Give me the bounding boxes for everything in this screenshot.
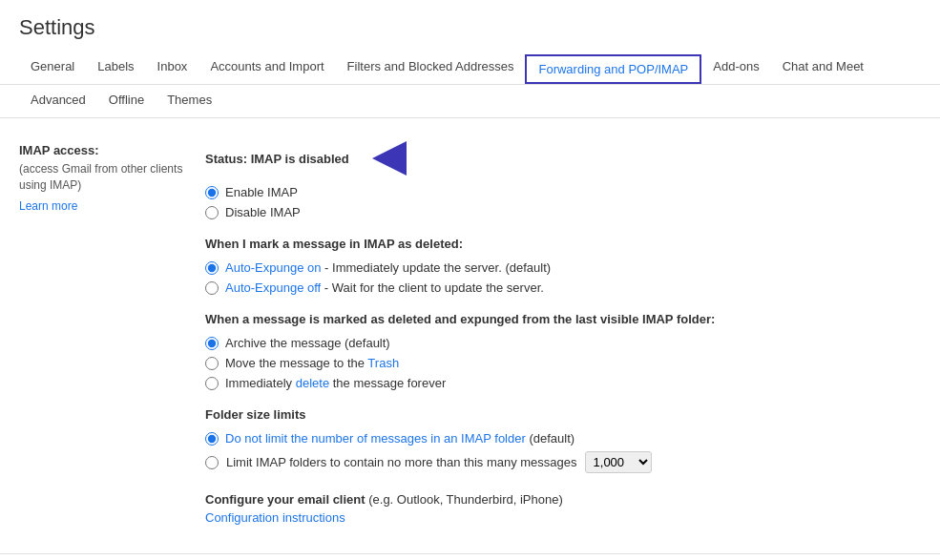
imap-label-col: IMAP access: (access Gmail from other cl… (19, 141, 205, 525)
auto-expunge-off-label: Auto-Expunge off - Wait for the client t… (225, 280, 544, 295)
configure-title-extra: (e.g. Outlook, Thunderbird, iPhone) (366, 492, 563, 507)
when-deleted-question: When I mark a message in IMAP as deleted… (205, 237, 921, 251)
tabs-row-2: Advanced Offline Themes (0, 85, 940, 118)
imap-section: IMAP access: (access Gmail from other cl… (19, 141, 921, 525)
footer-bar: Save Changes Cancel (0, 553, 940, 560)
disable-imap-option[interactable]: Disable IMAP (205, 205, 921, 219)
page-title: Settings (19, 15, 921, 40)
folder-size-radio-group: Do not limit the number of messages in a… (205, 431, 921, 473)
tab-inbox[interactable]: Inbox (146, 52, 199, 84)
disable-imap-radio[interactable] (205, 206, 219, 219)
tab-labels[interactable]: Labels (86, 52, 145, 84)
configure-section: Configure your email client (e.g. Outloo… (205, 492, 921, 525)
tab-advanced[interactable]: Advanced (19, 85, 97, 117)
settings-header: Settings General Labels Inbox Accounts a… (0, 0, 940, 85)
limit-radio[interactable] (205, 456, 219, 469)
tab-chat-meet[interactable]: Chat and Meet (771, 52, 875, 84)
archive-message-radio[interactable] (205, 337, 219, 350)
auto-expunge-off-option[interactable]: Auto-Expunge off - Wait for the client t… (205, 280, 921, 295)
arrow-icon (372, 141, 407, 176)
imap-access-title: IMAP access: (19, 143, 205, 157)
delete-forever-radio[interactable] (205, 377, 219, 390)
expunged-question: When a message is marked as deleted and … (205, 312, 921, 326)
tab-accounts-import[interactable]: Accounts and Import (198, 52, 335, 84)
imap-status-text: Status: IMAP is disabled (205, 152, 349, 166)
auto-expunge-off-radio[interactable] (205, 281, 219, 295)
configuration-instructions-link[interactable]: Configuration instructions (205, 510, 345, 525)
tab-offline[interactable]: Offline (97, 85, 156, 117)
auto-expunge-on-radio[interactable] (205, 261, 219, 275)
learn-more-link[interactable]: Learn more (19, 199, 205, 213)
archive-message-label: Archive the message (default) (225, 336, 390, 350)
delete-forever-option[interactable]: Immediately delete the message forever (205, 376, 921, 390)
limit-label: Limit IMAP folders to contain no more th… (226, 455, 577, 469)
limit-option[interactable]: Limit IMAP folders to contain no more th… (205, 451, 921, 473)
configure-title: Configure your email client (e.g. Outloo… (205, 492, 921, 507)
auto-expunge-on-label: Auto-Expunge on - Immediately update the… (225, 260, 551, 275)
imap-radio-group: Enable IMAP Disable IMAP (205, 185, 921, 219)
when-deleted-section: When I mark a message in IMAP as deleted… (205, 237, 921, 295)
no-limit-label: Do not limit the number of messages in a… (225, 431, 574, 446)
no-limit-option[interactable]: Do not limit the number of messages in a… (205, 431, 921, 446)
tab-forwarding-pop-imap[interactable]: Forwarding and POP/IMAP (525, 54, 701, 84)
auto-expunge-on-option[interactable]: Auto-Expunge on - Immediately update the… (205, 260, 921, 275)
delete-forever-label: Immediately delete the message forever (225, 376, 446, 390)
no-limit-radio[interactable] (205, 432, 219, 446)
expunged-section: When a message is marked as deleted and … (205, 312, 921, 390)
move-to-trash-label: Move the message to the Trash (225, 356, 399, 370)
tab-addons[interactable]: Add-ons (701, 52, 770, 84)
tabs-row-1: General Labels Inbox Accounts and Import… (19, 52, 921, 84)
move-to-trash-radio[interactable] (205, 357, 219, 370)
enable-imap-label: Enable IMAP (225, 185, 298, 199)
imap-access-desc: (access Gmail from other clients using I… (19, 161, 205, 194)
tab-general[interactable]: General (19, 52, 86, 84)
move-to-trash-option[interactable]: Move the message to the Trash (205, 356, 921, 370)
disable-imap-label: Disable IMAP (225, 205, 301, 219)
tab-filters-blocked[interactable]: Filters and Blocked Addresses (336, 52, 526, 84)
status-row: Status: IMAP is disabled (205, 141, 921, 176)
folder-size-section: Folder size limits Do not limit the numb… (205, 407, 921, 473)
expunged-radio-group: Archive the message (default) Move the m… (205, 336, 921, 390)
archive-message-option[interactable]: Archive the message (default) (205, 336, 921, 350)
enable-imap-radio[interactable] (205, 186, 219, 199)
content-area: IMAP access: (access Gmail from other cl… (0, 118, 940, 544)
configure-title-bold: Configure your email client (205, 492, 366, 507)
limit-select[interactable]: 1,000 2,000 5,000 10,000 (585, 451, 652, 473)
enable-imap-option[interactable]: Enable IMAP (205, 185, 921, 199)
imap-content-col: Status: IMAP is disabled Enable IMAP Dis… (205, 141, 921, 525)
folder-size-title: Folder size limits (205, 407, 921, 422)
tab-themes[interactable]: Themes (156, 85, 223, 117)
when-deleted-radio-group: Auto-Expunge on - Immediately update the… (205, 260, 921, 295)
